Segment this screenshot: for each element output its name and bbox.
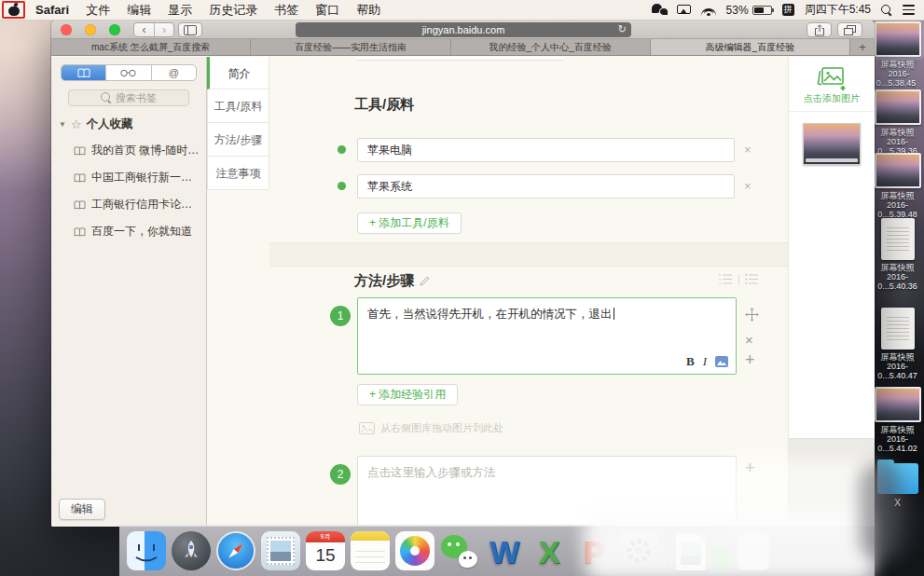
input-method-icon[interactable]: 拼 — [782, 4, 794, 16]
dock-safari-icon[interactable] — [216, 531, 255, 570]
nav-intro[interactable]: 简介 — [207, 57, 269, 89]
tab-jingyan-home[interactable]: 百度经验——实用生活指南 — [251, 39, 450, 55]
apple-menu[interactable] — [0, 0, 28, 21]
tab-baidu-search[interactable]: mac系统 怎么截屏_百度搜索 — [51, 39, 251, 55]
menu-app-safari[interactable]: Safari — [35, 3, 69, 17]
dock-mail-icon[interactable] — [261, 531, 300, 570]
dock-calendar-icon[interactable]: 9月 15 — [306, 531, 345, 570]
tab-overview-button[interactable] — [837, 22, 862, 37]
battery-percent: 53% — [726, 4, 749, 17]
nav-steps[interactable]: 方法/步骤 — [207, 123, 269, 157]
segment-bookmarks[interactable] — [62, 65, 105, 80]
italic-button[interactable]: I — [703, 354, 707, 369]
desktop-file-2[interactable]: 屏幕快照2016-0...5.39.36 — [873, 89, 922, 156]
window-body: @ 搜索书签 ▼ ☆ 个人收藏 我的首页 微博-随时随地… — [51, 57, 875, 527]
desktop-file-4[interactable]: 屏幕快照2016-0...5.40.36 — [873, 218, 922, 291]
menu-file[interactable]: 文件 — [86, 2, 110, 19]
bullet-list-icon[interactable] — [745, 273, 759, 285]
dock-excel-icon[interactable]: X — [530, 531, 569, 570]
share-button[interactable] — [807, 22, 832, 37]
back-button[interactable]: ‹ — [134, 23, 154, 36]
disclosure-triangle-icon[interactable]: ▼ — [59, 120, 66, 129]
format-toolbar: B I — [686, 354, 728, 369]
book-icon — [74, 146, 86, 156]
bookmark-item-baidu[interactable]: 百度一下，你就知道 — [51, 218, 202, 245]
nav-notes[interactable]: 注意事项 — [207, 157, 269, 190]
menu-edit[interactable]: 编辑 — [127, 2, 151, 19]
nav-tools[interactable]: 工具/原料 — [207, 89, 269, 123]
address-bar[interactable]: jingyan.baidu.com ↻ — [296, 22, 631, 37]
tab-advanced-editor-active[interactable]: 高级编辑器_百度经验 — [651, 39, 850, 55]
remove-tool-1-icon[interactable]: × — [744, 143, 752, 157]
favorites-header[interactable]: ▼ ☆ 个人收藏 — [59, 117, 133, 132]
bookmark-item-creditcard-forum[interactable]: 工商银行信用卡论坛 - 信… — [51, 191, 202, 218]
edit-pencil-icon[interactable] — [420, 276, 430, 286]
search-icon — [101, 92, 112, 103]
menu-bookmarks[interactable]: 书签 — [274, 2, 298, 19]
tool-input-1[interactable]: 苹果电脑 — [357, 138, 735, 162]
finder-face — [127, 531, 166, 570]
menu-history[interactable]: 历史记录 — [209, 2, 257, 19]
dock-launchpad-icon[interactable] — [172, 531, 211, 570]
sidebar-segmented-control: @ — [61, 64, 197, 81]
add-quote-button[interactable]: + 添加经验引用 — [357, 384, 458, 405]
add-tool-button[interactable]: + 添加工具/原料 — [357, 213, 462, 234]
desktop-file-3[interactable]: 屏幕快照2016-0...5.39.48 — [873, 153, 922, 219]
desktop-file-6[interactable]: 屏幕快照2016-0...5.41.02 — [873, 387, 922, 453]
dock-word-icon[interactable]: W — [485, 531, 524, 570]
gallery-thumbnail[interactable] — [803, 123, 861, 165]
move-step-handle[interactable] — [745, 308, 759, 322]
remove-tool-2-icon[interactable]: × — [744, 179, 752, 193]
minimize-window-button[interactable] — [85, 24, 96, 35]
bookmark-item-weibo[interactable]: 我的首页 微博-随时随地… — [51, 137, 202, 164]
tab-my-experience[interactable]: 我的经验_个人中心_百度经验 — [451, 39, 651, 55]
dock-finder-icon[interactable] — [127, 531, 166, 570]
calendar-day: 15 — [306, 542, 345, 569]
new-tab-button[interactable]: + — [850, 39, 875, 55]
address-url: jingyan.baidu.com — [422, 24, 505, 35]
menu-clock[interactable]: 周四下午5:45 — [805, 2, 871, 18]
add-step-icon[interactable]: + — [745, 350, 755, 370]
add-image-button[interactable]: 点击添加图片 — [789, 57, 875, 112]
tool-input-2[interactable]: 苹果系统 — [357, 174, 735, 199]
wechat-status-icon[interactable] — [652, 4, 667, 16]
display-status-icon[interactable] — [677, 5, 691, 16]
dock-photos-icon[interactable] — [395, 531, 434, 570]
tab-overview-icon — [844, 25, 856, 35]
menu-help[interactable]: 帮助 — [356, 2, 380, 19]
reload-icon[interactable]: ↻ — [618, 23, 627, 35]
bookmark-item-icbc[interactable]: 中国工商银行新一代网上银行 — [51, 164, 202, 191]
ordered-list-icon[interactable] — [719, 273, 733, 285]
section-nav: 简介 工具/原料 方法/步骤 注意事项 — [207, 57, 269, 190]
edit-bookmarks-button[interactable]: 编辑 — [59, 499, 105, 520]
step-1-textarea[interactable]: 首先，当然说得先开机，在开机的情况下，退出 B I — [357, 297, 737, 375]
wifi-icon[interactable] — [701, 5, 716, 16]
bold-button[interactable]: B — [686, 354, 695, 369]
desktop-file-1[interactable]: 屏幕快照2016-0...5.38.45 — [873, 21, 922, 88]
dock-wechat-icon[interactable] — [440, 531, 479, 570]
desktop-file-5[interactable]: 屏幕快照2016-0...5.40.47 — [873, 308, 922, 380]
notification-center-icon[interactable] — [903, 5, 915, 14]
spotlight-search-icon[interactable] — [881, 5, 892, 16]
tab-bar: mac系统 怎么截屏_百度搜索 百度经验——实用生活指南 我的经验_个人中心_百… — [51, 39, 875, 56]
screenshot-thumbnail — [881, 308, 915, 350]
segment-shared-links[interactable]: @ — [151, 65, 196, 80]
menu-view[interactable]: 显示 — [168, 2, 192, 19]
insert-image-button[interactable] — [715, 356, 728, 367]
bookmark-list: 我的首页 微博-随时随地… 中国工商银行新一代网上银行 工商银行信用卡论坛 - … — [51, 137, 202, 245]
sidebar-toggle-button[interactable] — [178, 22, 202, 37]
battery-indicator[interactable]: 53% — [726, 4, 772, 17]
image-gallery-panel: 点击添加图片 — [788, 57, 875, 527]
menu-window[interactable]: 窗口 — [315, 2, 339, 19]
book-icon — [77, 68, 90, 78]
delete-step-icon[interactable]: × — [745, 332, 753, 348]
dock-notes-icon[interactable] — [351, 531, 390, 570]
close-window-button[interactable] — [61, 24, 72, 35]
forward-button[interactable]: › — [154, 23, 173, 36]
zoom-window-button[interactable] — [109, 24, 120, 35]
segment-reading-list[interactable] — [105, 65, 150, 80]
safari-window: ‹ › jingyan.baidu.com ↻ mac系统 怎么截屏_百度搜索 … — [51, 21, 875, 527]
bookmark-search-field[interactable]: 搜索书签 — [68, 89, 189, 106]
calendar-month: 9月 — [306, 531, 345, 542]
share-icon — [814, 24, 825, 36]
